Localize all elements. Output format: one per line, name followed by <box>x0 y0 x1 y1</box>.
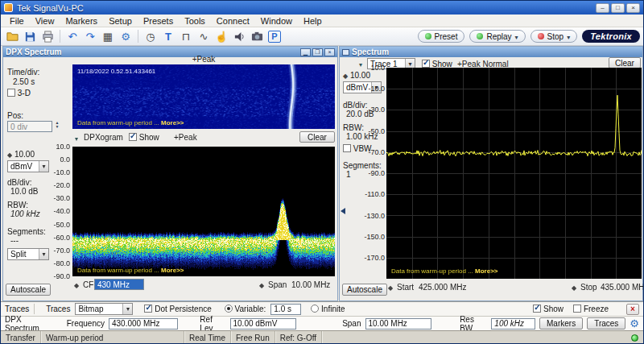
show-option[interactable]: Show <box>533 305 564 313</box>
cf-label: CF <box>83 280 93 289</box>
cf-input[interactable]: 430 MHz <box>94 279 144 290</box>
dpxogram-show-checkbox[interactable] <box>129 133 137 141</box>
threed-option[interactable]: 3-D <box>7 89 31 97</box>
infinite-radio[interactable] <box>311 305 319 313</box>
markers-button[interactable]: Markers <box>539 317 583 329</box>
menu-setup[interactable]: Setup <box>103 15 138 27</box>
spectrum-autoscale-button[interactable]: Autoscale <box>342 284 387 296</box>
y-axis-label: -60.0 <box>47 234 70 241</box>
more-link[interactable]: More>> <box>161 267 184 274</box>
dpxogram-unit-dropdown[interactable]: dBmV <box>7 160 49 172</box>
traces-settings-bar: Traces Traces Bitmap Dot Persistence Var… <box>1 301 643 316</box>
segments-value: 1 <box>346 170 351 179</box>
menu-presets[interactable]: Presets <box>138 15 179 27</box>
pulse-icon[interactable]: ⊓ <box>178 29 194 44</box>
connection-status-indicator <box>631 334 638 342</box>
touch-icon[interactable]: ☝ <box>213 29 229 44</box>
dbdiv-label: dB/div: <box>7 178 32 187</box>
save-icon[interactable] <box>22 29 38 44</box>
variable-option[interactable]: Variable: <box>225 305 266 313</box>
show-label: Show <box>543 305 564 313</box>
display-settings-icon[interactable]: ▦ <box>100 29 116 44</box>
spectrum-clear-button[interactable]: Clear <box>609 57 641 68</box>
traces-button[interactable]: Traces <box>587 317 625 329</box>
variable-time-input[interactable]: 1.0 s <box>270 304 301 315</box>
freeze-checkbox[interactable] <box>573 305 581 313</box>
dpxogram-collapse-icon[interactable] <box>75 134 78 143</box>
dot-persistence-checkbox[interactable] <box>144 305 152 313</box>
preset-p-glyph: P <box>268 31 281 43</box>
dpxogram-clear-button[interactable]: Clear <box>299 131 335 143</box>
menu-file[interactable]: File <box>4 15 30 27</box>
timer-icon[interactable]: ◷ <box>142 29 159 44</box>
sine-wave-icon[interactable]: ∿ <box>196 29 212 44</box>
preset-button[interactable]: Preset <box>418 30 465 43</box>
window-controls: – □ × <box>596 3 640 13</box>
minimize-button[interactable]: – <box>596 3 609 13</box>
pos-spinner[interactable]: ▲▼ <box>53 121 61 129</box>
span-label: Span <box>342 319 361 328</box>
freeze-option[interactable]: Freeze <box>573 305 609 313</box>
span-input[interactable]: 10.00 MHz <box>365 318 432 329</box>
camera-icon[interactable] <box>249 29 265 44</box>
close-button[interactable]: × <box>626 3 640 13</box>
stop-button[interactable]: Stop <box>530 30 578 43</box>
settings-gear-icon[interactable]: ⚙ <box>118 29 134 44</box>
spectrum-plot[interactable] <box>386 68 642 279</box>
frequency-input[interactable]: 430.000 MHz <box>109 318 178 329</box>
vbw-checkbox[interactable] <box>343 144 351 152</box>
menu-help[interactable]: Help <box>298 15 328 27</box>
menu-markers[interactable]: Markers <box>60 15 103 27</box>
preset-p-icon[interactable]: P <box>266 29 283 44</box>
pos-input[interactable]: 0 div <box>7 121 52 132</box>
speaker-icon[interactable] <box>231 29 247 44</box>
y-axis-label: -130.0 <box>362 213 385 219</box>
spectrum-panel: Spectrum Trace 1 Show +Peak Normal Clear… <box>339 46 643 301</box>
dpx-spectrum-panel: DPX Spectrum ▁ ❒ × +Peak Time/div: 2.50 … <box>2 46 338 301</box>
timediv-value[interactable]: 2.50 s <box>13 77 35 86</box>
menu-tools[interactable]: Tools <box>179 15 211 27</box>
divider <box>34 304 35 314</box>
start-value[interactable]: 425.000 MHz <box>419 283 466 292</box>
print-icon[interactable] <box>39 29 56 44</box>
show-checkbox[interactable] <box>533 305 541 313</box>
status-transfer: Transfer <box>1 331 41 344</box>
trace-position-marker-icon[interactable] <box>341 208 345 214</box>
open-folder-icon[interactable] <box>4 29 20 44</box>
y-axis-label: 0.0 <box>47 156 70 163</box>
dpxogram-autoscale-button[interactable]: Autoscale <box>6 284 51 296</box>
more-link[interactable]: More>> <box>161 119 184 126</box>
reflev-input[interactable]: 10.00 dBmV <box>230 318 297 329</box>
more-link[interactable]: More>> <box>475 267 497 275</box>
settings-gear-icon[interactable]: ⚙ <box>630 317 639 329</box>
menu-window[interactable]: Window <box>255 15 298 27</box>
resbw-input[interactable]: 100 kHz <box>491 318 535 329</box>
stop-value[interactable]: 435.000 MHz <box>601 283 644 292</box>
maximize-button[interactable]: □ <box>611 3 625 13</box>
undo-icon[interactable]: ↶ <box>64 29 80 44</box>
trace-type-dropdown[interactable]: Bitmap <box>75 303 133 315</box>
menu-view[interactable]: View <box>30 15 60 27</box>
close-settings-button[interactable]: × <box>626 304 639 315</box>
variable-radio[interactable] <box>225 305 233 313</box>
dpxogram-display[interactable] <box>72 147 335 276</box>
threed-checkbox[interactable] <box>7 89 15 97</box>
dpxogram-ref-level[interactable]: 10.00 <box>7 150 35 159</box>
infinite-option[interactable]: Infinite <box>311 305 345 313</box>
dpxogram-show-option[interactable]: Show <box>129 133 159 142</box>
rbw-value: 100 kHz <box>10 209 40 218</box>
menu-connect[interactable]: Connect <box>211 15 255 27</box>
span-value[interactable]: 10.00 MHz <box>291 280 330 289</box>
dpxogram-warmup-message: Data from warm-up period ... More>> <box>77 267 184 274</box>
trace-show-checkbox[interactable] <box>422 60 430 68</box>
traces-section-label: Traces <box>5 305 29 313</box>
redo-icon[interactable]: ↷ <box>82 29 98 44</box>
trigger-icon[interactable]: T <box>160 29 176 44</box>
dpxogram-mode-dropdown[interactable]: Split <box>7 248 49 260</box>
warmup-text: Data from warm-up period ... <box>391 267 473 275</box>
restore-icon[interactable] <box>342 49 349 56</box>
replay-button[interactable]: Replay <box>469 30 525 43</box>
dot-persistence-option[interactable]: Dot Persistence <box>144 305 211 313</box>
freeze-label: Freeze <box>584 305 609 313</box>
start-marker-icon <box>388 283 393 292</box>
